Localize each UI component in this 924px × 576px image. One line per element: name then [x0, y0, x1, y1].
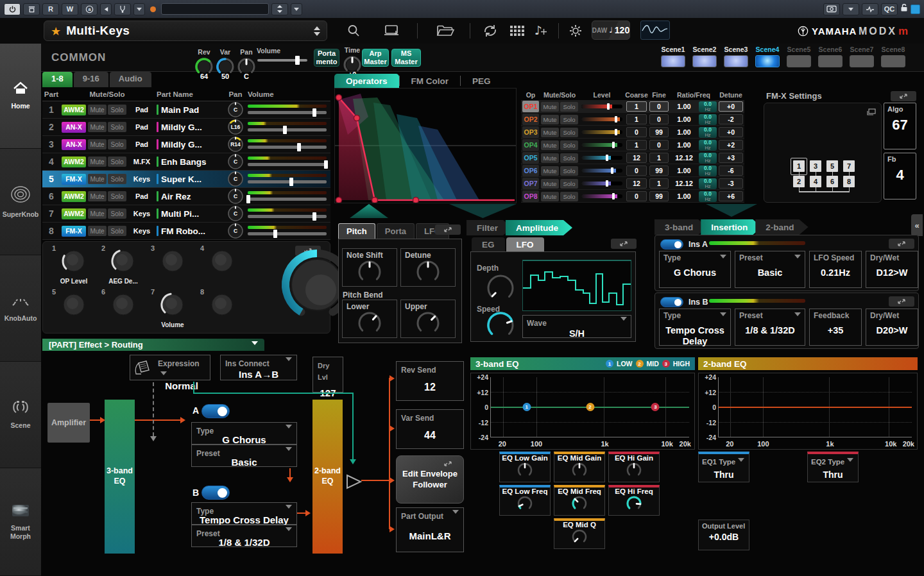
operator-envelope-graph[interactable]: [334, 88, 517, 203]
expand-icon[interactable]: [889, 239, 914, 249]
fine-value[interactable]: 99: [649, 127, 669, 137]
volume-control[interactable]: [248, 101, 327, 118]
operator-row[interactable]: OP8MuteSolo0991.000.0Hz+6: [521, 190, 744, 203]
preset-a-select[interactable]: Preset Basic: [191, 445, 297, 467]
operator-row[interactable]: OP3MuteSolo0991.000.0Hz+0: [521, 126, 744, 139]
store-to-device-icon[interactable]: [384, 24, 400, 40]
coarse-value[interactable]: 0: [626, 127, 647, 137]
tab-audio[interactable]: Audio: [110, 72, 151, 87]
coarse-value[interactable]: 12: [626, 153, 647, 163]
assign-knob-8[interactable]: 8: [199, 288, 248, 332]
level-handle[interactable]: [611, 167, 613, 174]
band-handle-1[interactable]: 1: [522, 403, 531, 411]
eq3-graph[interactable]: +24+120-12-24123201001k10k20k: [470, 373, 695, 450]
scene-button-scene8[interactable]: Scene8: [881, 46, 905, 67]
operator-row[interactable]: OP4MuteSolo101.000.0Hz+2: [521, 139, 744, 151]
window-icon[interactable]: [867, 106, 876, 118]
tab-fm-color[interactable]: FM Color: [400, 74, 461, 89]
part-row[interactable]: 4AWM2MuteSoloM.FXEnh BangsC: [42, 153, 330, 171]
part-row[interactable]: 7AWM2MuteSoloKeysMulti Pi...C: [42, 205, 330, 223]
detune-value[interactable]: -3: [719, 178, 743, 189]
scene-button-scene6[interactable]: Scene6: [818, 46, 843, 67]
pitch-bend-upper-knob[interactable]: Upper: [400, 300, 456, 338]
knob-eq-hi-freq[interactable]: EQ Hi Freq: [608, 485, 660, 516]
level-handle[interactable]: [612, 142, 615, 148]
level-handle[interactable]: [606, 180, 608, 187]
tab-porta[interactable]: Porta: [377, 223, 415, 239]
tab-3-band[interactable]: 3-band: [654, 219, 707, 235]
mute-button[interactable]: Mute: [88, 122, 107, 132]
mute-button[interactable]: Mute: [88, 191, 107, 201]
volume-control[interactable]: [248, 153, 327, 170]
tab-filter[interactable]: Filter: [466, 220, 512, 235]
sidebar-item-smart-morph[interactable]: SmartMorph: [0, 468, 41, 576]
lfo-wave-select[interactable]: Wave S/H: [522, 315, 631, 338]
tab-insertion[interactable]: Insertion: [701, 219, 762, 235]
pulse-icon[interactable]: [862, 3, 878, 15]
detune-knob[interactable]: Detune: [400, 248, 456, 287]
volume-control[interactable]: [248, 223, 327, 239]
mute-button[interactable]: Mute: [541, 179, 559, 189]
mute-button[interactable]: Mute: [541, 153, 559, 163]
assign-knob-4[interactable]: 4: [199, 244, 248, 288]
scene-pad[interactable]: [818, 55, 843, 67]
sidebar-item-home[interactable]: Home: [0, 44, 41, 149]
operator-label[interactable]: OP5: [522, 152, 539, 164]
level-handle[interactable]: [615, 129, 617, 135]
knob-eq-low-freq[interactable]: EQ Low Freq: [499, 485, 551, 516]
coarse-value[interactable]: 12: [626, 178, 647, 189]
performance-name-box[interactable]: ★ Multi-Keys: [44, 21, 327, 41]
solo-button[interactable]: Solo: [108, 208, 126, 219]
coarse-value[interactable]: 1: [626, 140, 647, 150]
color-swatch[interactable]: [911, 4, 920, 14]
expand-icon[interactable]: [611, 239, 637, 249]
assign-knob-7[interactable]: 7Volume: [150, 288, 199, 332]
level-handle[interactable]: [615, 116, 617, 123]
knob-eq-mid-gain[interactable]: EQ Mid Gain: [554, 452, 605, 482]
favorite-star-icon[interactable]: ★: [51, 24, 61, 38]
rev-send-box[interactable]: Rev Send 12: [396, 361, 464, 401]
routing-section-header[interactable]: [PART] Effect > Routing: [42, 339, 264, 351]
solo-button[interactable]: Solo: [560, 166, 578, 176]
feedback-box[interactable]: Fb 4: [884, 153, 916, 199]
band-handle-3[interactable]: 3: [651, 403, 660, 411]
tab-2-band[interactable]: 2-band: [755, 219, 808, 235]
level-slider[interactable]: [581, 177, 622, 190]
solo-button[interactable]: Solo: [108, 122, 126, 132]
volume-slider[interactable]: [248, 163, 327, 166]
settings-gear-icon[interactable]: [569, 24, 583, 40]
mute-button[interactable]: Mute: [541, 102, 559, 112]
quick-control-button[interactable]: QC: [881, 3, 898, 15]
mute-button[interactable]: Mute: [541, 128, 559, 137]
volume-handle[interactable]: [312, 212, 316, 221]
scene-pad[interactable]: [661, 55, 685, 67]
quick-edit-note-icon[interactable]: ♪: [535, 23, 547, 37]
volume-handle[interactable]: [295, 56, 300, 65]
tab-9-16[interactable]: 9-16: [74, 72, 108, 87]
solo-button[interactable]: Solo: [108, 157, 126, 167]
scene-button-scene7[interactable]: Scene7: [850, 46, 874, 67]
search-icon[interactable]: [346, 24, 361, 40]
level-handle[interactable]: [607, 103, 610, 110]
operator-label[interactable]: OP6: [522, 165, 539, 176]
part-row[interactable]: 5FM-XMuteSoloKeysSuper K...C: [42, 171, 330, 188]
stepper-buttons[interactable]: [271, 3, 288, 15]
operator-row[interactable]: OP7MuteSolo12112.120.0Hz-3: [521, 177, 744, 190]
expand-icon[interactable]: [435, 224, 461, 235]
level-handle[interactable]: [606, 155, 608, 161]
volume-handle[interactable]: [297, 143, 301, 151]
ins-b-toggle[interactable]: [660, 297, 683, 307]
preset-b-select[interactable]: Preset 1/8 & 1/32D: [191, 525, 297, 547]
volume-slider[interactable]: [248, 180, 327, 183]
detune-value[interactable]: -2: [719, 114, 743, 124]
scene-pad[interactable]: [755, 55, 780, 67]
band-handle-2[interactable]: 2: [586, 403, 594, 411]
part-output-select[interactable]: Part Output MainL&R: [396, 507, 464, 552]
level-slider[interactable]: [581, 113, 622, 126]
grid-view-icon[interactable]: [510, 26, 524, 39]
coarse-value[interactable]: 1: [626, 114, 647, 124]
mute-button[interactable]: Mute: [88, 208, 107, 219]
sidebar-item-scene[interactable]: Scene: [0, 362, 41, 468]
field-dry-wet[interactable]: Dry/WetD12>W: [866, 251, 918, 288]
volume-handle[interactable]: [312, 108, 316, 117]
